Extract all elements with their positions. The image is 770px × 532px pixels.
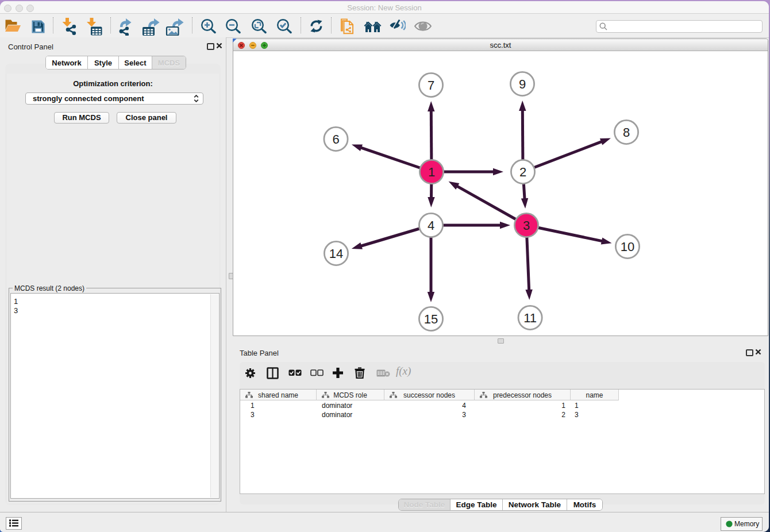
svg-text:6: 6 xyxy=(332,132,339,147)
svg-text:15: 15 xyxy=(424,312,438,326)
svg-text:4: 4 xyxy=(428,218,434,233)
svg-text:1: 1 xyxy=(428,165,435,179)
svg-text:10: 10 xyxy=(621,240,634,254)
svg-text:11: 11 xyxy=(523,311,537,325)
svg-text:14: 14 xyxy=(329,246,343,261)
svg-text:8: 8 xyxy=(623,125,630,140)
svg-text:9: 9 xyxy=(519,77,526,91)
svg-text:3: 3 xyxy=(523,218,530,233)
svg-text:2: 2 xyxy=(519,165,526,179)
svg-text:7: 7 xyxy=(428,78,434,92)
